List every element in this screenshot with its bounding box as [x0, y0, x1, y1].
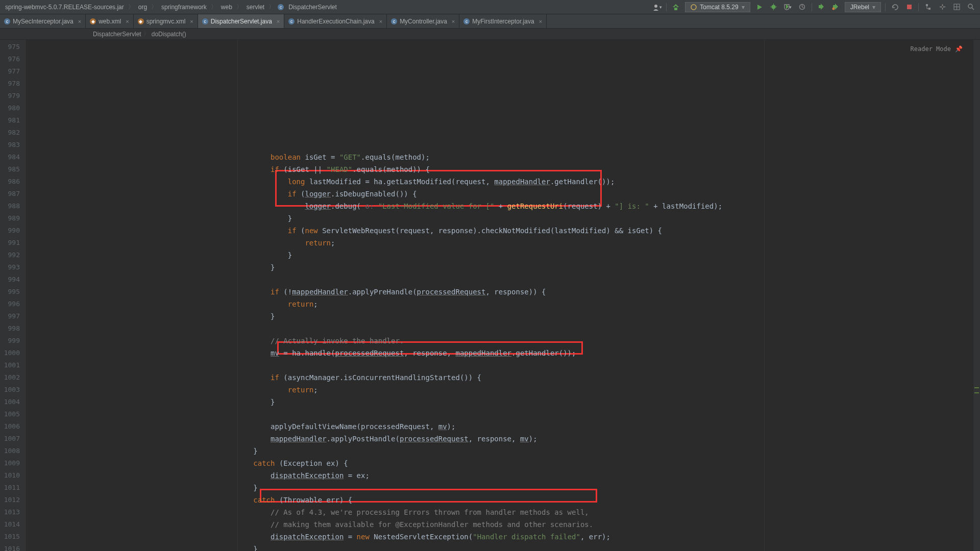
- navpath-item[interactable]: DispatcherServlet: [93, 31, 141, 38]
- code-line[interactable]: long lastModified = ha.getLastModified(r…: [30, 176, 980, 188]
- breadcrumb-item[interactable]: org: [137, 4, 148, 11]
- code-line[interactable]: dispatchException = new NestedServletExc…: [30, 531, 980, 543]
- code-line[interactable]: if (isGet || "HEAD".equals(method)) {: [30, 163, 980, 176]
- code-area[interactable]: Reader Mode 📌 boolean isGet = "GET".equa…: [27, 40, 980, 551]
- xml-file-icon: ◆: [90, 18, 96, 24]
- code-line[interactable]: dispatchException = ex;: [30, 469, 980, 482]
- tab-handler-execution-chain[interactable]: c HandlerExecutionChain.java ×: [284, 14, 387, 28]
- code-line[interactable]: }: [30, 249, 980, 261]
- code-line[interactable]: logger.debug( o: "Last-Modified value fo…: [30, 200, 980, 212]
- class-icon: c: [278, 4, 284, 10]
- code-line[interactable]: return;: [30, 298, 980, 310]
- svg-point-8: [832, 8, 835, 10]
- breadcrumb-item[interactable]: servlet: [246, 4, 265, 11]
- pin-icon[interactable]: 📌: [955, 43, 963, 55]
- code-line[interactable]: boolean isGet = "GET".equals(method);: [30, 151, 980, 163]
- code-line[interactable]: [30, 273, 980, 286]
- tab-label: web.xml: [99, 18, 121, 25]
- build-icon[interactable]: [671, 2, 681, 12]
- tab-label: springmvc.xml: [146, 18, 186, 25]
- tab-mysec-interceptor[interactable]: c MySecInterceptor.java ×: [0, 14, 86, 28]
- breadcrumb-item[interactable]: web: [220, 4, 233, 11]
- code-line[interactable]: if (new ServletWebRequest(request, respo…: [30, 224, 980, 237]
- code-line[interactable]: mappedHandler.applyPostHandle(processedR…: [30, 433, 980, 445]
- line-number: 1011: [0, 482, 26, 494]
- code-line[interactable]: [30, 322, 980, 335]
- line-number: 976: [0, 53, 26, 65]
- code-line[interactable]: [30, 408, 980, 420]
- jrebel-debug-icon[interactable]: [830, 2, 841, 12]
- code-line[interactable]: }: [30, 482, 980, 494]
- line-number: 995: [0, 286, 26, 298]
- tab-label: HandlerExecutionChain.java: [297, 18, 374, 25]
- run-icon[interactable]: [754, 2, 765, 12]
- tab-label: MySecInterceptor.java: [13, 18, 74, 25]
- profile-icon[interactable]: [797, 2, 807, 12]
- coverage-icon[interactable]: ▾: [783, 2, 793, 12]
- navpath-item[interactable]: doDispatch(): [152, 31, 186, 38]
- tab-web-xml[interactable]: ◆ web.xml ×: [86, 14, 133, 28]
- commit-icon[interactable]: [937, 2, 947, 12]
- code-line[interactable]: if (logger.isDebugEnabled()) {: [30, 188, 980, 200]
- code-line[interactable]: // Actually invoke the handler.: [30, 335, 980, 347]
- code-line[interactable]: [30, 359, 980, 371]
- close-icon[interactable]: ×: [537, 18, 542, 24]
- svg-point-16: [968, 4, 972, 8]
- jrebel-dropdown[interactable]: JRebel ▾: [845, 2, 881, 12]
- code-line[interactable]: }: [30, 396, 980, 408]
- code-line[interactable]: return;: [30, 384, 980, 396]
- line-number: 975: [0, 41, 26, 53]
- code-line[interactable]: catch (Throwable err) {: [30, 494, 980, 506]
- close-icon[interactable]: ×: [275, 18, 280, 24]
- code-line[interactable]: }: [30, 543, 980, 551]
- stop-icon[interactable]: [904, 2, 914, 12]
- editor: 9759769779789799809819829839849859869879…: [0, 40, 980, 551]
- code-line[interactable]: return;: [30, 237, 980, 249]
- breadcrumb-item[interactable]: spring-webmvc-5.0.7.RELEASE-sources.jar: [4, 4, 125, 11]
- run-config-label: Tomcat 8.5.29: [700, 4, 738, 11]
- jrebel-run-icon[interactable]: [816, 2, 826, 12]
- line-number: 996: [0, 298, 26, 310]
- close-icon[interactable]: ×: [188, 18, 193, 24]
- code-line[interactable]: mv = ha.handle(processedRequest, respons…: [30, 347, 980, 359]
- code-line[interactable]: }: [30, 310, 980, 322]
- close-icon[interactable]: ×: [124, 18, 129, 24]
- navpath[interactable]: DispatcherServlet 〉 doDispatch(): [0, 29, 980, 40]
- close-icon[interactable]: ×: [76, 18, 81, 24]
- debug-icon[interactable]: [769, 2, 779, 12]
- close-icon[interactable]: ×: [377, 18, 382, 24]
- chevron-down-icon: ▾: [742, 4, 745, 11]
- search-icon[interactable]: [966, 2, 976, 12]
- editor-scrollbar[interactable]: [973, 40, 980, 551]
- breadcrumb-item[interactable]: DispatcherServlet: [287, 4, 338, 11]
- code-line[interactable]: catch (Exception ex) {: [30, 457, 980, 469]
- close-icon[interactable]: ×: [450, 18, 455, 24]
- user-icon[interactable]: ▾: [652, 2, 662, 12]
- tab-my-first-interceptor[interactable]: c MyFirstInterceptor.java ×: [459, 14, 547, 28]
- code-line[interactable]: // As of 4.3, we're processing Errors th…: [30, 506, 980, 518]
- line-number: 982: [0, 127, 26, 139]
- code-line[interactable]: }: [30, 445, 980, 457]
- tab-dispatcher-servlet[interactable]: c DispatcherServlet.java ×: [198, 14, 285, 28]
- breadcrumb[interactable]: spring-webmvc-5.0.7.RELEASE-sources.jar〉…: [4, 3, 338, 11]
- tab-springmvc-xml[interactable]: ◆ springmvc.xml ×: [134, 14, 198, 28]
- code-line[interactable]: if (!mappedHandler.applyPreHandle(proces…: [30, 286, 980, 298]
- code-line[interactable]: }: [30, 261, 980, 273]
- git-icon[interactable]: [923, 2, 933, 12]
- structure-icon[interactable]: [951, 2, 962, 12]
- reader-mode-toggle[interactable]: Reader Mode 📌: [911, 43, 963, 55]
- code-line[interactable]: if (asyncManager.isConcurrentHandlingSta…: [30, 371, 980, 384]
- svg-point-2: [772, 5, 776, 9]
- svg-line-17: [972, 8, 974, 10]
- code-line[interactable]: applyDefaultViewName(processedRequest, m…: [30, 420, 980, 433]
- java-file-icon: c: [202, 18, 208, 24]
- run-config-dropdown[interactable]: Tomcat 8.5.29 ▾: [685, 2, 750, 12]
- java-file-icon: c: [463, 18, 470, 24]
- tab-my-controller[interactable]: c MyController.java ×: [387, 14, 459, 28]
- code-line[interactable]: // making them available for @ExceptionH…: [30, 518, 980, 531]
- line-number: 1002: [0, 371, 26, 384]
- breadcrumb-item[interactable]: springframework: [160, 4, 208, 11]
- code-line[interactable]: }: [30, 212, 980, 224]
- update-icon[interactable]: [890, 2, 900, 12]
- line-number: 993: [0, 261, 26, 273]
